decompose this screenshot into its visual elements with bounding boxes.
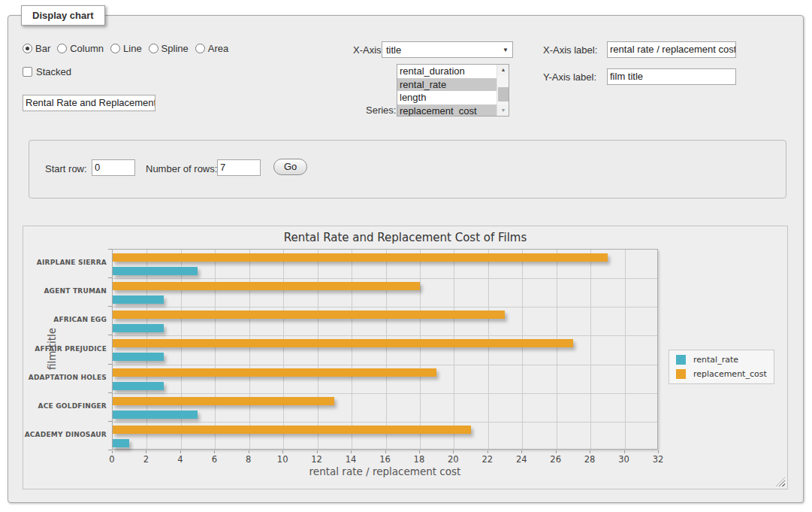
bar-rental_rate xyxy=(113,324,164,332)
scrollbar-thumb[interactable] xyxy=(498,87,509,101)
radio-icon[interactable] xyxy=(195,44,205,53)
chart-type-radio-group: BarColumnLineSplineArea xyxy=(23,43,228,54)
bar-replacement_cost xyxy=(113,339,573,347)
chart-title-input[interactable]: Rental Rate and Replacement Cost of Film… xyxy=(23,95,155,111)
number-of-rows-input[interactable]: 7 xyxy=(217,159,261,176)
chart-type-option-label: Line xyxy=(123,43,142,54)
chart-type-option-label: Bar xyxy=(35,43,50,54)
category-label: ACADEMY DINOSAUR xyxy=(23,431,107,438)
rows-panel xyxy=(29,140,786,198)
scroll-up-icon[interactable]: ▲ xyxy=(497,65,509,75)
x-tick-mark xyxy=(453,450,454,453)
scroll-down-icon[interactable]: ▼ xyxy=(497,105,509,116)
radio-icon[interactable] xyxy=(57,44,67,53)
x-tick-label: 6 xyxy=(203,454,225,465)
bar-replacement_cost xyxy=(113,426,471,434)
go-button[interactable]: Go xyxy=(273,159,307,175)
x-axis-select[interactable]: title ▼ xyxy=(382,41,513,58)
x-tick-mark xyxy=(112,450,113,453)
bar-replacement_cost xyxy=(113,397,334,405)
x-tick-mark xyxy=(180,450,181,453)
gridline xyxy=(146,250,147,449)
x-tick-label: 28 xyxy=(578,454,601,465)
x-tick-label: 10 xyxy=(271,454,294,465)
series-option-rental_rate[interactable]: rental_rate xyxy=(397,78,509,92)
category-label: ACE GOLDFINGER xyxy=(23,402,107,410)
x-tick-mark xyxy=(385,450,386,453)
series-options: rental_durationrental_ratelengthreplacem… xyxy=(397,65,509,117)
gridline xyxy=(488,250,489,449)
x-tick-label: 14 xyxy=(340,454,362,465)
stacked-checkbox[interactable] xyxy=(23,67,32,77)
y-axis-label-input[interactable]: film title xyxy=(607,68,736,85)
gridline xyxy=(113,278,657,279)
radio-icon[interactable] xyxy=(110,44,120,53)
x-tick-label: 20 xyxy=(442,454,464,465)
series-option-rental_duration[interactable]: rental_duration xyxy=(397,65,509,78)
x-tick-label: 22 xyxy=(476,454,499,465)
chart-type-option-column[interactable]: Column xyxy=(57,43,104,54)
x-axis-label-input[interactable]: rental rate / replacement cost xyxy=(607,41,736,58)
bar-rental_rate xyxy=(113,353,164,361)
start-row-label: Start row: xyxy=(45,163,87,174)
legend-swatch-icon xyxy=(676,369,686,379)
y-tick-mark xyxy=(108,335,112,335)
x-axis-selected-value: title xyxy=(386,44,401,56)
chart-type-option-line[interactable]: Line xyxy=(110,43,142,54)
x-tick-label: 0 xyxy=(101,454,123,465)
x-tick-mark xyxy=(658,450,659,453)
bar-replacement_cost xyxy=(113,368,436,377)
resize-grip-icon[interactable] xyxy=(776,477,785,486)
gridline xyxy=(113,335,657,336)
x-tick-label: 32 xyxy=(647,454,669,465)
chart-type-option-label: Spline xyxy=(161,43,189,54)
gridline xyxy=(454,250,454,449)
series-select-label: Series: xyxy=(366,105,396,116)
gridline xyxy=(181,250,182,449)
category-label: AFRICAN EGG xyxy=(23,316,107,323)
series-option-length[interactable]: length xyxy=(397,91,509,105)
series-option-replacement_cost[interactable]: replacement_cost xyxy=(397,105,509,117)
start-row-input[interactable]: 0 xyxy=(92,159,135,176)
x-tick-label: 4 xyxy=(169,454,192,465)
bar-rental_rate xyxy=(113,267,198,275)
legend-item: replacement_cost xyxy=(676,369,767,379)
legend-label: replacement_cost xyxy=(693,369,767,379)
y-tick-mark xyxy=(108,364,112,365)
bar-rental_rate xyxy=(113,439,129,447)
radio-icon[interactable] xyxy=(23,44,32,53)
chart-type-option-area[interactable]: Area xyxy=(195,43,228,54)
chart-type-option-spline[interactable]: Spline xyxy=(149,43,189,54)
y-tick-mark xyxy=(108,392,112,393)
y-tick-mark xyxy=(108,421,112,422)
x-axis-title: rental rate / replacement cost xyxy=(112,465,658,477)
gridline xyxy=(249,250,250,449)
x-tick-mark xyxy=(146,450,146,453)
category-label: AGENT TRUMAN xyxy=(23,287,107,295)
chart-type-option-bar[interactable]: Bar xyxy=(23,43,50,54)
fieldset-legend-title: Display chart xyxy=(21,5,105,26)
listbox-scrollbar[interactable]: ▲ ▼ xyxy=(497,65,509,116)
series-listbox[interactable]: rental_durationrental_ratelengthreplacem… xyxy=(397,64,509,117)
stacked-label: Stacked xyxy=(36,66,71,77)
page: Display chart BarColumnLineSplineArea St… xyxy=(0,0,812,512)
x-tick-mark xyxy=(317,450,318,453)
number-of-rows-label: Number of rows: xyxy=(146,163,217,174)
gridline xyxy=(283,250,284,449)
x-tick-label: 16 xyxy=(374,454,397,465)
x-tick-mark xyxy=(488,450,488,453)
x-axis-label-field-label: X-Axis label: xyxy=(543,44,597,56)
legend-label: rental_rate xyxy=(693,355,738,365)
x-tick-label: 30 xyxy=(613,454,635,465)
y-tick-mark xyxy=(108,450,112,450)
gridline xyxy=(215,250,216,449)
x-tick-mark xyxy=(214,450,215,453)
x-tick-label: 24 xyxy=(510,454,533,465)
legend-item: rental_rate xyxy=(676,355,767,365)
bar-rental_rate xyxy=(113,295,164,304)
bar-rental_rate xyxy=(113,411,198,419)
chart-legend: rental_ratereplacement_cost xyxy=(669,350,774,384)
stacked-checkbox-row[interactable]: Stacked xyxy=(23,66,71,77)
radio-icon[interactable] xyxy=(149,44,158,53)
x-tick-label: 2 xyxy=(134,454,157,465)
